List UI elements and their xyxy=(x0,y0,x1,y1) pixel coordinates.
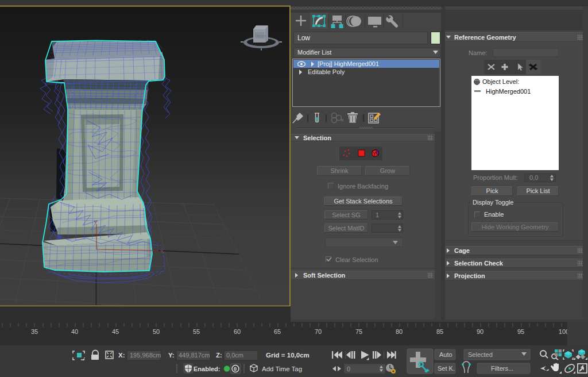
svg-text:Z:: Z: xyxy=(216,352,222,359)
svg-text:X: X xyxy=(160,248,164,254)
svg-text:Set K.: Set K. xyxy=(438,365,455,372)
svg-text:0: 0 xyxy=(234,366,237,372)
svg-text:Filters...: Filters... xyxy=(491,365,513,372)
svg-text:0,0cm: 0,0cm xyxy=(226,352,243,359)
svg-text:Add Time Tag: Add Time Tag xyxy=(262,366,302,372)
svg-text:Grid = 10,0cm: Grid = 10,0cm xyxy=(266,352,310,359)
svg-text:449,817cm: 449,817cm xyxy=(179,352,210,359)
svg-text:X:: X: xyxy=(118,352,125,359)
svg-text:Enabled:: Enabled: xyxy=(194,366,220,372)
svg-text:FRONT: FRONT xyxy=(256,34,267,38)
svg-text:0: 0 xyxy=(347,366,350,372)
svg-text:Y:: Y: xyxy=(168,352,175,359)
svg-text:Selected: Selected xyxy=(468,351,493,358)
svg-text:195,968cm: 195,968cm xyxy=(130,352,161,359)
svg-text:Y: Y xyxy=(94,219,97,225)
svg-text:Auto: Auto xyxy=(439,351,452,358)
